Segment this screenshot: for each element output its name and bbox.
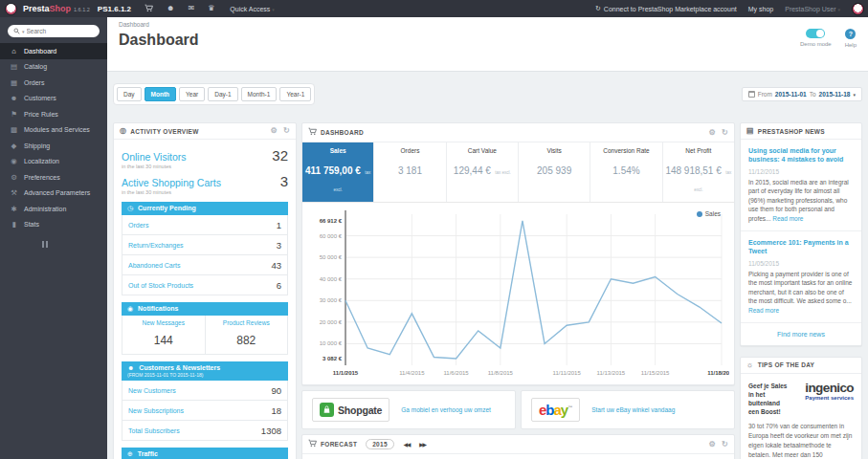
- customers-row[interactable]: New Subscriptions 18: [122, 401, 287, 421]
- sidebar-item-preferences[interactable]: ⚙ Preferences: [0, 169, 107, 186]
- pending-rows: Orders 1 Return/Exchanges 3 Abandoned Ca…: [122, 215, 288, 295]
- sidebar-item-localization[interactable]: ◉ Localization: [0, 154, 107, 170]
- online-visitors-label[interactable]: Online Visitors: [122, 151, 187, 163]
- gear-icon[interactable]: ⚙: [709, 129, 716, 137]
- range-month-1[interactable]: Month-1: [241, 87, 278, 101]
- trophy-icon[interactable]: ♛: [208, 5, 214, 12]
- pending-row-value: 3: [277, 240, 281, 251]
- notification-cell[interactable]: Product Reviews 882: [205, 316, 288, 354]
- news-article-title[interactable]: Using social media for your business: 4 …: [748, 146, 854, 164]
- kpi-row: Sales 411 759,00 € tax excl. Orders 3 18…: [302, 142, 734, 203]
- pending-row[interactable]: Out of Stock Products 6: [122, 275, 287, 295]
- kpi-tab-conversion-rate[interactable]: Conversion Rate 1.54%: [590, 142, 662, 202]
- user-avatar[interactable]: [852, 3, 864, 15]
- customers-row-label: New Customers: [128, 387, 176, 394]
- bell-icon: ◉: [127, 305, 133, 312]
- active-carts-label[interactable]: Active Shopping Carts: [122, 177, 221, 188]
- refresh-icon[interactable]: ↻: [722, 441, 728, 448]
- sidebar-collapse-button[interactable]: [0, 232, 107, 248]
- ebay-ad-link[interactable]: Start uw eBay winkel vandaag: [591, 406, 675, 413]
- svg-text:11/6/2015: 11/6/2015: [443, 370, 469, 376]
- marketplace-link[interactable]: ↻ Connect to PrestaShop Marketplace acco…: [595, 5, 737, 12]
- forecast-year-badge[interactable]: 2015: [366, 439, 394, 449]
- user-menu[interactable]: PrestaShop User ▾: [785, 6, 840, 12]
- caret-down-icon: ▾: [853, 92, 856, 98]
- quick-access-menu[interactable]: Quick Access ▾: [230, 6, 274, 12]
- help-label: Help: [845, 42, 857, 48]
- sidebar-search[interactable]: ▾: [8, 25, 100, 37]
- read-more-link[interactable]: Read more: [772, 215, 803, 222]
- ebay-ad-card: ebay™ Start uw eBay winkel vandaag: [521, 390, 735, 429]
- news-panel-header: ▤ PRESTASHOP NEWS: [741, 123, 861, 140]
- sidebar-item-customers[interactable]: ☻ Customers: [0, 91, 107, 107]
- pending-row[interactable]: Return/Exchanges 3: [122, 235, 287, 255]
- pending-row[interactable]: Abandoned Carts 43: [122, 255, 287, 275]
- pending-row[interactable]: Orders 1: [122, 215, 287, 235]
- ingenico-logo[interactable]: ingenico Payment services: [805, 382, 854, 402]
- sidebar-item-label: Catalog: [24, 63, 47, 70]
- sidebar-item-label: Administration: [24, 206, 66, 212]
- sidebar-item-stats[interactable]: ▮ Stats: [0, 217, 107, 233]
- refresh-icon[interactable]: ↻: [283, 127, 290, 135]
- caret-down-icon[interactable]: ▾: [22, 29, 25, 34]
- tips-panel-header: ☼ TIPS OF THE DAY: [741, 358, 861, 374]
- range-month[interactable]: Month: [145, 87, 177, 101]
- sidebar-item-administration[interactable]: ✱ Administration: [0, 201, 107, 217]
- orders-icon: ▦: [10, 78, 18, 87]
- sidebar-item-shipping[interactable]: ◆ Shipping: [0, 138, 107, 154]
- shopgate-logo[interactable]: Shopgate: [312, 398, 389, 422]
- topbar: Presta Shop 1.6.1.2 PS1.6.1.2 ☻ ✉ ♛ Quic…: [0, 0, 868, 17]
- shop-name[interactable]: PS1.6.1.2: [98, 5, 131, 13]
- kpi-tab-sales[interactable]: Sales 411 759,00 € tax excl.: [302, 142, 374, 202]
- sidebar-item-catalog[interactable]: ▤ Catalog: [0, 59, 107, 76]
- customers-icon[interactable]: ☻: [167, 5, 174, 12]
- search-input[interactable]: [27, 28, 82, 34]
- messages-icon[interactable]: ✉: [188, 5, 194, 12]
- breadcrumb[interactable]: Dashboard: [119, 21, 857, 28]
- previous-year-button[interactable]: ◀◀: [404, 442, 410, 448]
- kpi-tab-orders[interactable]: Orders 3 181: [374, 142, 446, 202]
- home-icon: ⌂: [10, 47, 18, 55]
- my-shop-link[interactable]: My shop: [748, 6, 773, 12]
- prestashop-logo-icon[interactable]: [5, 3, 17, 15]
- range-day-1[interactable]: Day-1: [208, 87, 237, 101]
- next-year-button[interactable]: ▶▶: [419, 442, 425, 448]
- range-day[interactable]: Day: [117, 87, 142, 101]
- cart-orders-icon[interactable]: [145, 4, 153, 14]
- date-range-picker[interactable]: From 2015-11-01 To 2015-11-18 ▾: [742, 87, 862, 101]
- sidebar-item-advanced-parameters[interactable]: ⚒ Advanced Parameters: [0, 186, 107, 202]
- gear-icon[interactable]: ⚙: [271, 127, 278, 135]
- svg-text:11/18/2015: 11/18/2015: [707, 370, 729, 376]
- kpi-tab-net-profit[interactable]: Net Profit 148 918,51 € tax excl.: [663, 142, 734, 202]
- notification-cell[interactable]: New Messages 144: [122, 316, 205, 354]
- customers-row-label: New Subscriptions: [128, 407, 184, 414]
- demo-mode-toggle[interactable]: [806, 29, 825, 38]
- customers-row[interactable]: New Customers 90: [122, 381, 287, 401]
- refresh-icon[interactable]: ↻: [722, 129, 728, 137]
- find-more-news-link[interactable]: Find more news: [741, 323, 861, 345]
- from-label: From: [758, 91, 772, 98]
- ebay-logo[interactable]: ebay™: [531, 398, 580, 422]
- news-article-title[interactable]: Ecommerce 101: Payments in a Tweet: [748, 238, 854, 256]
- sidebar-item-dashboard[interactable]: ⌂ Dashboard: [0, 43, 107, 59]
- header-tools: Demo mode ? Help: [800, 29, 857, 48]
- shopgate-ad-link[interactable]: Ga mobiel en verhoog uw omzet: [401, 406, 491, 413]
- chart-legend[interactable]: Sales: [697, 210, 721, 217]
- kpi-tab-visits[interactable]: Visits 205 939: [519, 142, 590, 202]
- svg-text:11/4/2015: 11/4/2015: [399, 370, 425, 376]
- kpi-label: Cart Value: [449, 147, 516, 154]
- sidebar-item-price-rules[interactable]: ⚑ Price Rules: [0, 106, 107, 122]
- kpi-value: 148 918,51 €: [665, 165, 721, 176]
- read-more-link[interactable]: Read more: [748, 307, 779, 314]
- book-icon: ▤: [10, 62, 18, 71]
- help-icon[interactable]: ?: [845, 29, 856, 39]
- range-year[interactable]: Year: [179, 87, 205, 101]
- news-article-date: 11/05/2015: [748, 260, 854, 267]
- range-year-1[interactable]: Year-1: [279, 87, 311, 101]
- sidebar-item-modules-and-services[interactable]: ▩ Modules and Services: [0, 122, 107, 139]
- kpi-tab-cart-value[interactable]: Cart Value 129,44 € tax excl.: [447, 142, 519, 202]
- sidebar-item-orders[interactable]: ▦ Orders: [0, 75, 107, 91]
- customers-row[interactable]: Total Subscribers 1308: [122, 421, 287, 440]
- truck-icon: ◆: [10, 142, 18, 150]
- gear-icon[interactable]: ⚙: [709, 441, 716, 448]
